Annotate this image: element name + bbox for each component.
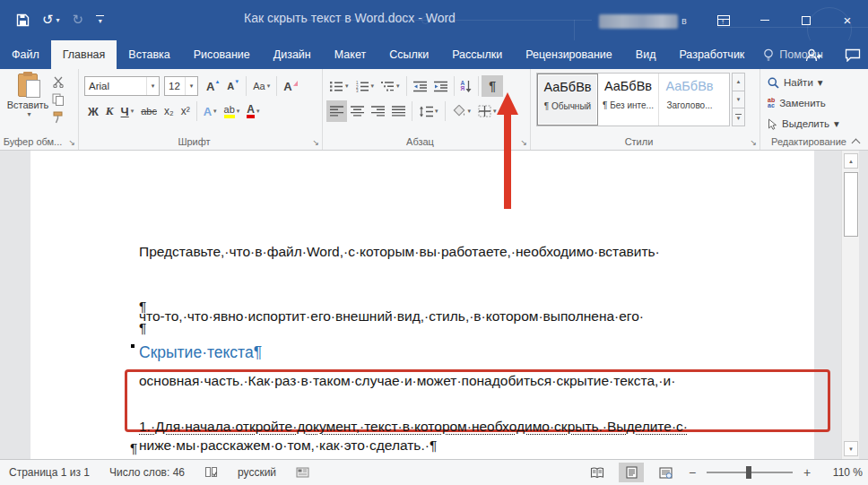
styles-scroll-up-button[interactable]: ▲ — [732, 73, 745, 91]
replace-button[interactable]: abac Заменить — [768, 95, 839, 111]
scrollbar-thumb[interactable] — [844, 172, 858, 237]
copy-icon[interactable] — [52, 93, 65, 106]
collapse-ribbon-button[interactable] — [852, 139, 861, 144]
align-left-icon — [330, 106, 343, 117]
empty-paragraph-mark-2: ¶ — [139, 317, 146, 339]
proofing-status-icon[interactable] — [204, 466, 218, 479]
strikethrough-button[interactable]: abc — [137, 100, 161, 122]
tab-рисование[interactable]: Рисование — [182, 40, 262, 69]
align-center-button[interactable] — [347, 100, 368, 122]
increase-indent-button[interactable] — [430, 75, 451, 97]
align-right-button[interactable] — [368, 100, 388, 122]
zoom-slider-thumb[interactable] — [746, 466, 751, 479]
ribbon-display-options-button[interactable] — [703, 0, 744, 40]
replace-label: Заменить — [779, 98, 826, 108]
styles-dialog-launcher[interactable]: ↘ — [750, 138, 757, 147]
zoom-out-button[interactable]: − — [687, 465, 698, 480]
zoom-in-button[interactable]: + — [802, 465, 812, 480]
tab-файл[interactable]: Файл — [0, 40, 51, 69]
sort-button[interactable]: АЯ — [457, 75, 476, 97]
word-count-status[interactable]: Число слов: 46 — [109, 466, 185, 479]
section-heading[interactable]: Скрытие·текста¶ — [139, 343, 262, 362]
vertical-scrollbar[interactable]: ▲ ▼ — [841, 151, 859, 459]
cut-icon[interactable] — [52, 76, 65, 88]
styles-scroll-down-button[interactable]: ▼ — [732, 91, 745, 109]
numbering-button[interactable]: 123 ▾ — [352, 75, 378, 97]
word-window: ↺ ▾ ↻ ▾ Как скрыть текст в Word.docx - W… — [0, 0, 868, 485]
trailing-paragraph-mark: ¶ — [130, 437, 137, 459]
bold-button[interactable]: Ж — [84, 100, 102, 122]
share-icon[interactable] — [805, 48, 821, 62]
underline-button[interactable]: Ч▾ — [117, 100, 138, 122]
style-card-обычный[interactable]: АаБбВв ¶ Обычный — [537, 74, 598, 126]
grow-font-button[interactable]: А▲ — [203, 75, 223, 97]
change-case-button[interactable]: Aa▾ — [249, 75, 273, 97]
subscript-button[interactable]: x₂ — [161, 100, 178, 122]
bullets-button[interactable]: ▾ — [326, 75, 352, 97]
style-card-без-интервала[interactable]: АаБбВв ¶ Без инте... — [598, 74, 659, 126]
read-mode-icon — [590, 467, 604, 479]
replace-icon: abac — [768, 98, 775, 108]
justify-button[interactable] — [388, 100, 409, 122]
ribbon-tabs: Файл Главная Вставка Рисование Дизайн Ма… — [0, 40, 868, 69]
tab-главная[interactable]: Главная — [51, 40, 117, 69]
tab-вставка[interactable]: Вставка — [117, 40, 181, 69]
tab-рецензирование[interactable]: Рецензирование — [514, 40, 624, 69]
numbering-icon: 123 — [356, 81, 369, 92]
paragraph-dialog-launcher[interactable]: ↘ — [520, 138, 527, 147]
shading-button[interactable]: ▾ — [448, 100, 475, 122]
style-name: ¶ Обычный — [544, 101, 591, 111]
decrease-indent-button[interactable] — [410, 75, 430, 97]
tab-вид[interactable]: Вид — [624, 40, 668, 69]
line-spacing-button[interactable]: ▾ — [415, 100, 442, 122]
font-size-combo[interactable]: 12 ▾ — [164, 76, 198, 96]
font-color-button[interactable]: А▾ — [243, 100, 263, 122]
align-left-button[interactable] — [326, 100, 347, 122]
shrink-font-button[interactable]: А▼ — [223, 75, 243, 97]
close-button[interactable]: × — [827, 0, 868, 40]
superscript-button[interactable]: x² — [178, 100, 194, 122]
format-painter-icon[interactable] — [52, 111, 65, 124]
web-layout-button[interactable] — [653, 463, 678, 482]
scroll-up-button[interactable]: ▲ — [844, 153, 858, 169]
tab-разработчик[interactable]: Разработчик — [667, 40, 756, 69]
bullets-icon — [330, 81, 343, 92]
red-arrow-head — [497, 92, 518, 115]
language-status[interactable]: русский — [238, 466, 276, 479]
select-button[interactable]: Выделить ▾ — [768, 116, 839, 132]
sort-icon: АЯ — [461, 81, 465, 91]
tab-рассылки[interactable]: Рассылки — [440, 40, 514, 69]
scroll-down-button[interactable]: ▼ — [844, 441, 858, 456]
highlight-button[interactable]: ab▾ — [221, 100, 244, 122]
font-size-dropdown[interactable]: ▾ — [185, 77, 197, 95]
macro-record-icon[interactable] — [296, 467, 309, 478]
zoom-level[interactable]: 110 % — [821, 466, 863, 479]
font-name-dropdown[interactable]: ▾ — [146, 77, 159, 95]
print-layout-button[interactable] — [619, 463, 644, 482]
tab-ссылки[interactable]: Ссылки — [378, 40, 440, 69]
clear-formatting-button[interactable]: А — [280, 75, 295, 97]
clipboard-dialog-launcher[interactable]: ↘ — [68, 138, 75, 147]
paste-button[interactable]: Вставить ▾ — [7, 74, 48, 129]
font-group: Arial ▾ 12 ▾ А▲ А▼ Aa▾ А Ж К Ч▾ — [79, 69, 323, 150]
comment-icon[interactable] — [845, 48, 861, 62]
font-dialog-launcher[interactable]: ↘ — [312, 138, 319, 147]
scroll-down-icon: ▼ — [736, 97, 742, 102]
tab-макет[interactable]: Макет — [323, 40, 378, 69]
print-layout-icon — [626, 466, 638, 479]
font-group-label: Шрифт — [79, 136, 309, 147]
maximize-button[interactable] — [786, 0, 827, 40]
tab-дизайн[interactable]: Дизайн — [262, 40, 323, 69]
styles-more-button[interactable]: ▼ — [732, 108, 745, 126]
font-name-combo[interactable]: Arial ▾ — [84, 76, 160, 96]
find-button[interactable]: Найти ▾ — [768, 74, 839, 91]
clear-format-eraser-icon — [293, 81, 298, 86]
italic-button[interactable]: К — [102, 100, 117, 122]
minimize-button[interactable] — [744, 0, 786, 40]
read-mode-button[interactable] — [585, 463, 610, 482]
page-number-status[interactable]: Страница 1 из 1 — [9, 466, 90, 479]
multilevel-list-button[interactable]: ▾ — [378, 75, 404, 97]
zoom-slider[interactable] — [707, 472, 793, 473]
style-card-заголовок[interactable]: АаБбВв Заголово... — [659, 74, 720, 126]
text-effects-button[interactable]: А▾ — [200, 100, 221, 122]
